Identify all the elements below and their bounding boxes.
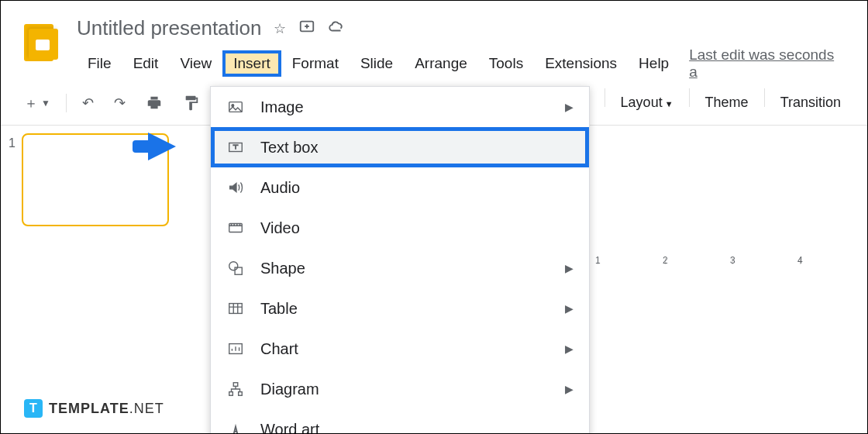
move-icon[interactable] xyxy=(298,18,315,39)
textbox-icon xyxy=(226,138,245,157)
svg-rect-10 xyxy=(229,392,233,396)
dd-label: Shape xyxy=(260,260,305,277)
insert-diagram[interactable]: Diagram▶ xyxy=(211,369,589,409)
menu-help[interactable]: Help xyxy=(628,50,680,77)
insert-video[interactable]: Video xyxy=(211,208,589,248)
menu-file[interactable]: File xyxy=(77,50,122,77)
insert-wordart[interactable]: Word art xyxy=(211,409,589,434)
menubar: FileEditViewInsertFormatSlideArrangeTool… xyxy=(77,46,844,81)
menu-edit[interactable]: Edit xyxy=(122,50,170,77)
transition-button[interactable]: Transition xyxy=(770,88,852,117)
insert-chart[interactable]: Chart▶ xyxy=(211,329,589,369)
submenu-arrow-icon: ▶ xyxy=(565,302,574,315)
svg-rect-6 xyxy=(235,267,242,274)
menu-format[interactable]: Format xyxy=(281,50,350,77)
diagram-icon xyxy=(226,380,245,398)
dd-label: Video xyxy=(260,219,300,237)
submenu-arrow-icon: ▶ xyxy=(565,383,574,395)
print-button[interactable] xyxy=(138,90,170,116)
paint-format-button[interactable] xyxy=(175,90,208,116)
image-icon xyxy=(226,98,245,116)
svg-rect-7 xyxy=(229,304,243,314)
star-icon[interactable]: ☆ xyxy=(274,20,286,37)
shape-icon xyxy=(226,259,245,277)
redo-button[interactable]: ↷ xyxy=(106,90,133,116)
dd-label: Word art xyxy=(260,421,319,435)
watermark: T TEMPLATE.NET xyxy=(24,399,164,418)
ruler: 1234 xyxy=(598,253,867,269)
dd-label: Audio xyxy=(260,179,300,197)
insert-table[interactable]: Table▶ xyxy=(211,288,589,329)
doc-title[interactable]: Untitled presentation xyxy=(77,16,261,40)
table-icon xyxy=(226,299,245,318)
insert-image[interactable]: Image▶ xyxy=(211,87,589,127)
last-edit-link[interactable]: Last edit was seconds a xyxy=(689,46,844,81)
layout-button[interactable]: Layout ▼ xyxy=(610,88,684,117)
svg-point-5 xyxy=(229,262,238,270)
submenu-arrow-icon: ▶ xyxy=(565,262,574,274)
menu-slide[interactable]: Slide xyxy=(350,50,404,77)
svg-rect-9 xyxy=(233,383,238,387)
insert-shape[interactable]: Shape▶ xyxy=(211,248,589,288)
wordart-icon xyxy=(226,420,245,434)
annotation-arrow xyxy=(148,133,176,160)
cloud-icon[interactable] xyxy=(328,18,345,39)
submenu-arrow-icon: ▶ xyxy=(565,343,574,355)
svg-rect-11 xyxy=(239,392,243,396)
dd-label: Table xyxy=(260,300,298,318)
dd-label: Image xyxy=(260,98,304,116)
dd-label: Diagram xyxy=(260,381,319,398)
video-icon xyxy=(226,219,245,237)
audio-icon xyxy=(226,178,245,197)
new-slide-button[interactable]: ＋ ▼ xyxy=(16,89,58,117)
menu-extensions[interactable]: Extensions xyxy=(534,50,628,77)
menu-insert[interactable]: Insert xyxy=(222,50,281,77)
slides-logo xyxy=(24,24,61,61)
chart-icon xyxy=(226,339,245,358)
dd-label: Text box xyxy=(260,139,318,157)
slide-number: 1 xyxy=(9,133,16,226)
menu-tools[interactable]: Tools xyxy=(478,50,534,77)
insert-audio[interactable]: Audio xyxy=(211,167,589,208)
theme-button[interactable]: Theme xyxy=(694,88,760,117)
menu-arrange[interactable]: Arrange xyxy=(404,50,478,77)
insert-menu-dropdown: Image▶Text boxAudioVideoShape▶Table▶Char… xyxy=(210,86,590,434)
insert-textbox[interactable]: Text box xyxy=(211,127,589,167)
watermark-icon: T xyxy=(24,399,43,418)
dd-label: Chart xyxy=(260,340,298,358)
menu-view[interactable]: View xyxy=(169,50,222,77)
undo-button[interactable]: ↶ xyxy=(74,90,102,116)
submenu-arrow-icon: ▶ xyxy=(565,101,574,113)
